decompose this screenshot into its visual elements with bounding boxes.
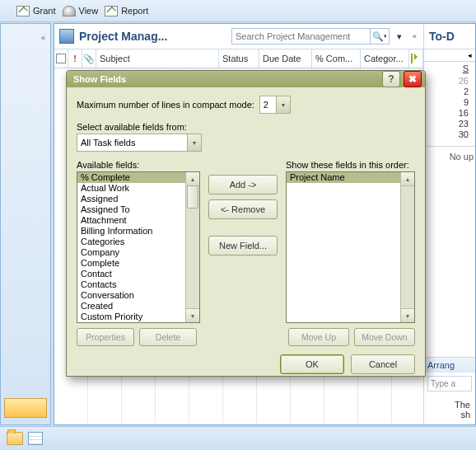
scrollbar[interactable]: ▴ ▾ <box>400 172 414 322</box>
arrange-header[interactable]: Arrang <box>424 358 475 373</box>
list-item[interactable]: % Complete <box>77 172 185 183</box>
nav-item-tasks[interactable] <box>4 398 47 418</box>
add-button[interactable]: Add -> <box>208 175 278 195</box>
available-buttons: Properties Delete <box>77 328 200 346</box>
report-label: Report <box>121 6 148 16</box>
ok-button[interactable]: OK <box>280 354 344 374</box>
shown-listbox[interactable]: Project Name ▴ ▾ <box>286 171 415 323</box>
flag-icon <box>411 54 421 63</box>
col-categories[interactable]: Categor... <box>361 49 409 68</box>
cal-day[interactable]: 23 <box>459 119 469 129</box>
cal-day[interactable]: 9 <box>464 97 469 107</box>
search-box[interactable]: 🔍 ▾ <box>231 28 390 45</box>
col-subject[interactable]: Subject <box>96 49 219 68</box>
list-item[interactable]: Conversation <box>77 290 185 301</box>
list-item[interactable]: Project Name <box>287 172 400 183</box>
col-status[interactable]: Status <box>219 49 259 68</box>
list-item[interactable]: Custom Priority <box>77 312 185 322</box>
folder-view-icon <box>59 29 74 44</box>
select-from-label: Select available fields from: <box>77 122 415 132</box>
chevron-left-icon[interactable]: ◂ <box>468 51 472 59</box>
calendar-column[interactable]: S 26 2 9 16 23 30 <box>424 62 475 146</box>
list-item[interactable]: Assigned <box>77 194 185 204</box>
app-toolbar: Grant View Report <box>0 0 476 22</box>
search-icon: 🔍 <box>372 31 384 42</box>
select-from-dropdown[interactable]: All Task fields ▾ <box>77 134 202 152</box>
grant-button[interactable]: Grant <box>16 6 56 16</box>
search-input[interactable] <box>232 31 370 41</box>
scroll-up-icon[interactable]: ▴ <box>400 171 415 186</box>
cancel-button[interactable]: Cancel <box>351 354 415 374</box>
col-flag[interactable] <box>409 49 423 68</box>
list-item[interactable]: Billing Information <box>77 226 185 237</box>
remove-button[interactable]: <- Remove <box>208 199 278 219</box>
shown-label: Show these fields in this order: <box>286 160 415 170</box>
list-item[interactable]: Assigned To <box>77 204 185 215</box>
attachment-icon: 📎 <box>83 54 95 64</box>
dialog-titlebar[interactable]: Show Fields ? ✖ <box>67 71 425 87</box>
list-item[interactable]: Created <box>77 301 185 312</box>
expand-nav-icon[interactable]: « <box>41 34 44 42</box>
col-duedate[interactable]: Due Date <box>259 49 312 68</box>
search-button[interactable]: 🔍 ▾ <box>370 29 389 44</box>
moveup-button[interactable]: Move Up <box>288 328 349 346</box>
report-button[interactable]: Report <box>105 6 148 16</box>
col-complete[interactable]: % Com... <box>312 49 361 68</box>
arrange-section: Arrang Type a The sh <box>424 357 475 424</box>
col-attachment[interactable]: 📎 <box>82 49 96 68</box>
list-item[interactable]: Actual Work <box>77 183 185 194</box>
list-item[interactable]: Categories <box>77 237 185 247</box>
grant-icon <box>16 6 30 16</box>
middle-buttons: Add -> <- Remove New Field... <box>207 160 279 346</box>
list-item[interactable]: Complete <box>77 258 185 269</box>
type-new-task[interactable]: Type a <box>427 376 472 391</box>
help-button[interactable]: ? <box>382 71 400 87</box>
grid-header: ! 📎 Subject Status Due Date % Com... Cat… <box>54 49 423 68</box>
maxlines-row: Maximum number of lines in compact mode:… <box>77 96 415 114</box>
report-icon <box>105 6 118 16</box>
view-button[interactable]: View <box>63 6 99 16</box>
col-importance[interactable]: ! <box>68 49 82 68</box>
delete-button[interactable]: Delete <box>139 328 197 346</box>
scroll-down-icon[interactable]: ▾ <box>185 308 200 323</box>
dialog-title: Show Fields <box>73 74 379 84</box>
task-icon <box>56 54 66 63</box>
maxlines-label: Maximum number of lines in compact mode: <box>77 100 254 110</box>
cal-day[interactable]: 30 <box>459 129 469 139</box>
cal-weekday: S <box>463 63 469 73</box>
available-listbox[interactable]: % CompleteActual WorkAssignedAssigned To… <box>77 171 200 323</box>
new-field-button[interactable]: New Field... <box>208 236 278 255</box>
cal-day[interactable]: 26 <box>459 76 469 86</box>
view-icon <box>63 6 76 16</box>
scroll-up-icon[interactable]: ▴ <box>185 171 200 186</box>
grant-label: Grant <box>33 6 56 16</box>
scroll-down-icon[interactable]: ▾ <box>400 308 415 323</box>
empty-msg: The sh <box>424 395 475 424</box>
todo-sub: ◂ <box>424 49 475 62</box>
cal-day[interactable]: 16 <box>459 108 469 118</box>
left-nav-collapsed: « <box>0 23 51 425</box>
available-column: Available fields: % CompleteActual WorkA… <box>77 160 200 346</box>
cal-day[interactable]: 2 <box>464 87 469 96</box>
collapse-right-icon[interactable]: « <box>409 32 418 40</box>
todo-title: To-D <box>424 24 475 49</box>
col-icon[interactable] <box>54 49 68 68</box>
properties-button[interactable]: Properties <box>77 328 134 346</box>
list-item[interactable]: Attachment <box>77 215 185 226</box>
list-item[interactable]: Contact <box>77 269 185 279</box>
panel-options-dropdown[interactable]: ▾ <box>394 31 404 42</box>
scrollbar[interactable]: ▴ ▾ <box>185 172 199 322</box>
show-fields-dialog: Show Fields ? ✖ Maximum number of lines … <box>66 70 426 377</box>
maxlines-select[interactable]: 2 ▾ <box>259 96 291 114</box>
list-item[interactable]: Contacts <box>77 279 185 290</box>
view-label: View <box>79 6 99 16</box>
close-button[interactable]: ✖ <box>404 71 422 87</box>
shown-buttons: Move Up Move Down <box>286 328 415 346</box>
available-label: Available fields: <box>77 160 200 170</box>
view-switch-icon[interactable] <box>28 432 43 445</box>
scroll-thumb[interactable] <box>187 185 198 209</box>
chevron-down-icon: ▾ <box>276 96 290 113</box>
list-item[interactable]: Company <box>77 247 185 258</box>
movedown-button[interactable]: Move Down <box>354 328 415 346</box>
folder-icon[interactable] <box>7 432 23 445</box>
